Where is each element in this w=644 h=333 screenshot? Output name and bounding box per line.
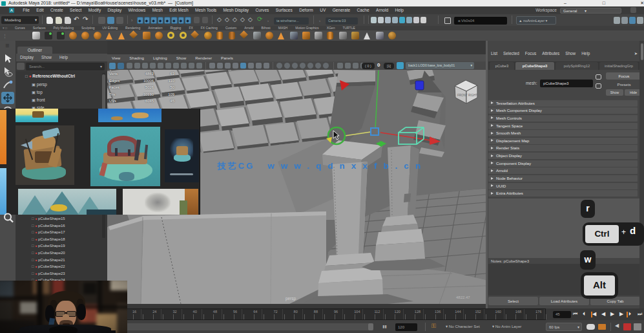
svg-text:FRONT: FRONT	[457, 94, 468, 97]
svg-text:RIGHT: RIGHT	[468, 94, 477, 97]
